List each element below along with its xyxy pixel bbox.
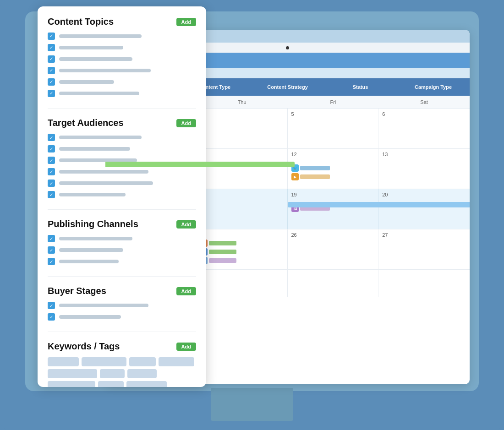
day-num: 26 — [291, 232, 375, 238]
add-button-buyer-stages[interactable]: Add — [176, 287, 196, 295]
cb-row: ✓ — [48, 78, 196, 86]
video-icon2: ▶ — [291, 173, 299, 180]
section-title-target-audiences: Target Audiences — [48, 118, 124, 128]
cb-line — [59, 181, 153, 185]
checkbox-list-content-topics: ✓ ✓ ✓ ✓ ✓ ✓ — [48, 33, 196, 97]
day-cell-fri19: 19 🖼 — [288, 189, 379, 229]
spanning-green-bar — [105, 162, 295, 167]
tag-pill — [48, 381, 95, 387]
day-cell-fri5: 5 — [288, 109, 379, 148]
day-cell-sat-empty — [378, 270, 470, 297]
check-icon: ✓ — [49, 303, 53, 308]
day-num: 4 — [200, 111, 284, 117]
check-icon: ✓ — [49, 147, 53, 152]
check-icon: ✓ — [49, 259, 53, 264]
cb-row: ✓ — [48, 90, 196, 97]
cb-row: ✓ — [48, 302, 196, 309]
section-header-buyer-stages: Buyer Stages Add — [48, 286, 196, 296]
cb-row: ✓ — [48, 67, 196, 74]
cb-box: ✓ — [48, 180, 55, 187]
check-icon: ✓ — [49, 135, 53, 140]
cb-row: ✓ — [48, 313, 196, 321]
check-icon: ✓ — [49, 80, 53, 84]
event-line-purple2 — [209, 258, 236, 263]
header-status: Status — [324, 84, 397, 90]
cb-box: ✓ — [48, 302, 55, 309]
check-icon: ✓ — [49, 236, 53, 241]
tag-pill — [126, 381, 167, 387]
check-icon: ✓ — [49, 181, 53, 186]
day-cell-thu4: 4 — [197, 109, 288, 148]
cb-row: ✓ — [48, 235, 196, 242]
add-button-keywords-tags[interactable]: Add — [176, 343, 196, 351]
tag-pill — [48, 369, 97, 378]
cb-box: ✓ — [48, 191, 55, 198]
day-num: 18 — [200, 192, 284, 197]
tag-pill — [127, 369, 157, 378]
cb-box: ✓ — [48, 145, 55, 152]
day-num: 6 — [382, 111, 466, 117]
cb-row: ✓ — [48, 180, 196, 187]
day-cell-sat20: 20 — [378, 189, 470, 229]
day-cell-sat6: 6 — [378, 109, 470, 148]
cb-box: ✓ — [48, 313, 55, 321]
section-target-audiences: Target Audiences Add ✓ ✓ ✓ ✓ ✓ ✓ — [48, 118, 196, 198]
add-button-target-audiences[interactable]: Add — [176, 119, 196, 127]
day-header-sat: Sat — [378, 99, 470, 105]
checkbox-list-buyer-stages: ✓ ✓ — [48, 302, 196, 321]
day-header-thu: Thu — [197, 99, 288, 105]
checkbox-list-publishing-channels: ✓ ✓ ✓ — [48, 235, 196, 265]
divider-4 — [48, 332, 196, 332]
cb-line — [59, 193, 126, 196]
cb-row: ✓ — [48, 33, 196, 40]
check-icon: ✓ — [49, 45, 53, 50]
section-buyer-stages: Buyer Stages Add ✓ ✓ — [48, 286, 196, 321]
cb-box: ✓ — [48, 78, 55, 86]
check-icon: ✓ — [49, 91, 53, 96]
event-bar-email: ✉ — [200, 239, 284, 247]
tag-pill — [82, 357, 126, 366]
cb-row: ✓ — [48, 134, 196, 141]
cb-row: ✓ — [48, 145, 196, 152]
section-title-content-topics: Content Topics — [48, 16, 114, 27]
day-cell-thu11: 11 — [197, 149, 288, 189]
section-title-keywords-tags: Keywords / Tags — [48, 341, 120, 352]
section-content-topics: Content Topics Add ✓ ✓ ✓ ✓ ✓ ✓ — [48, 16, 196, 97]
cb-box: ✓ — [48, 90, 55, 97]
day-num: 19 — [291, 192, 375, 197]
day-cell-thu25: 25 ✉ 📊 ◉ — [197, 229, 288, 269]
monitor-stand — [211, 388, 293, 421]
add-button-content-topics[interactable]: Add — [176, 18, 196, 26]
check-icon: ✓ — [49, 34, 53, 38]
cb-box: ✓ — [48, 33, 55, 40]
cb-box: ✓ — [48, 44, 55, 51]
divider-1 — [48, 108, 196, 109]
event-line-orange2 — [300, 174, 330, 179]
header-content-strategy: Content Strategy — [251, 84, 324, 90]
event-bar-twitter: 🐦 — [291, 164, 375, 172]
event-line-green — [209, 241, 236, 245]
event-bar-rss3: ◉ — [200, 257, 284, 264]
check-icon: ✓ — [49, 248, 53, 253]
day-cell-thu-empty — [197, 270, 288, 297]
cb-row: ✓ — [48, 258, 196, 265]
cb-line — [59, 92, 139, 95]
day-cell-sat13: 13 — [378, 149, 470, 189]
cb-row: ✓ — [48, 44, 196, 51]
event-line-green2 — [209, 250, 236, 254]
cb-line — [59, 260, 119, 263]
day-num: 11 — [200, 152, 284, 157]
check-icon: ✓ — [49, 315, 53, 320]
cb-line — [59, 304, 148, 307]
cb-line — [59, 147, 130, 151]
cb-line — [59, 248, 123, 252]
divider-3 — [48, 276, 196, 277]
divider-2 — [48, 209, 196, 210]
cb-line — [59, 136, 142, 139]
cb-row: ✓ — [48, 246, 196, 254]
day-num: 12 — [291, 152, 375, 157]
add-button-publishing-channels[interactable]: Add — [176, 220, 196, 229]
section-publishing-channels: Publishing Channels Add ✓ ✓ ✓ — [48, 219, 196, 265]
cb-line — [59, 237, 132, 240]
section-keywords-tags: Keywords / Tags Add — [48, 341, 196, 387]
